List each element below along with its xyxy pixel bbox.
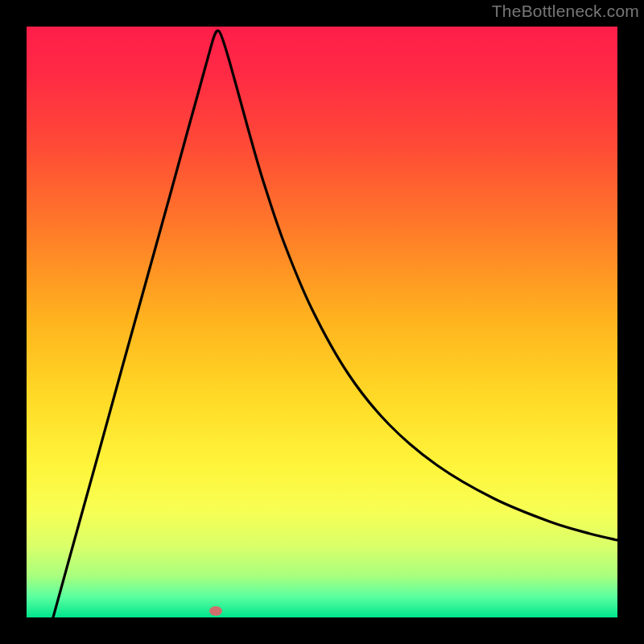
chart-frame: TheBottleneck.com [0,0,644,644]
plot-svg [27,27,617,617]
plot-area [27,27,617,617]
current-point-marker [209,606,222,616]
gradient-background [27,27,617,617]
watermark-text: TheBottleneck.com [492,2,639,21]
